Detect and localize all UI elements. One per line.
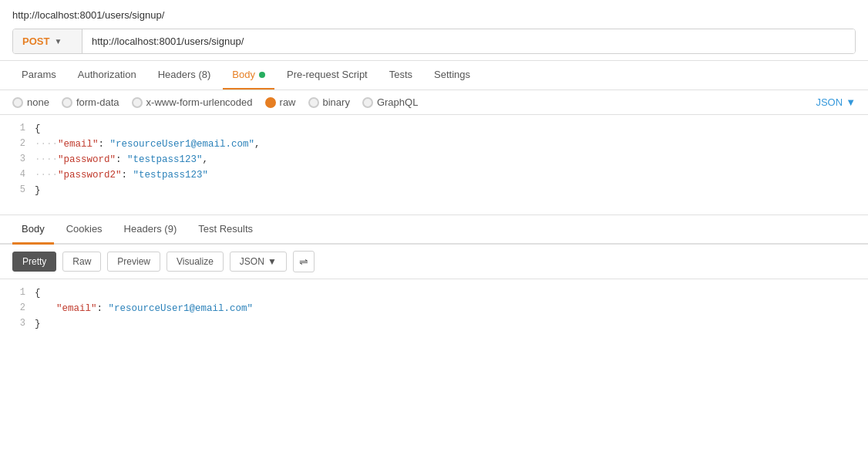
response-format-dropdown[interactable]: JSON ▼ — [230, 252, 287, 272]
radio-circle-raw — [265, 97, 276, 108]
request-bar: POST ▼ — [12, 29, 856, 54]
request-tabs-row: Params Authorization Headers (8) Body Pr… — [0, 61, 868, 90]
tab-params[interactable]: Params — [12, 61, 66, 90]
body-options-row: none form-data x-www-form-urlencoded raw… — [0, 90, 868, 115]
json-format-selector[interactable]: JSON ▼ — [816, 96, 856, 108]
response-format-row: Pretty Raw Preview Visualize JSON ▼ ⇌ — [0, 245, 868, 279]
url-bar-section: http://localhost:8001/users/signup/ POST… — [0, 0, 868, 61]
format-btn-raw[interactable]: Raw — [62, 252, 101, 272]
tab-authorization[interactable]: Authorization — [69, 61, 146, 90]
response-code-line-3: 3 } — [0, 316, 868, 332]
radio-circle-binary — [308, 97, 319, 108]
response-tab-test-results[interactable]: Test Results — [189, 215, 262, 245]
url-input[interactable] — [82, 29, 855, 53]
radio-urlencoded[interactable]: x-www-form-urlencoded — [132, 96, 253, 108]
format-btn-visualize[interactable]: Visualize — [167, 252, 224, 272]
code-line-5: 5 } — [0, 183, 868, 198]
tab-pre-request-script[interactable]: Pre-request Script — [278, 61, 377, 90]
radio-circle-none — [12, 97, 23, 108]
format-btn-preview[interactable]: Preview — [107, 252, 160, 272]
code-line-4: 4 ····"password2": "testpass123" — [0, 167, 868, 183]
body-active-dot — [259, 72, 265, 78]
method-label: POST — [22, 35, 49, 47]
response-code-editor[interactable]: 1 { 2 "email": "resourceUser1@email.com"… — [0, 279, 868, 338]
radio-circle-urlencoded — [132, 97, 143, 108]
code-line-2: 2 ····"email": "resourceUser1@email.com"… — [0, 137, 868, 152]
response-tab-body[interactable]: Body — [12, 215, 54, 245]
format-dropdown-chevron-icon: ▼ — [267, 256, 277, 267]
tab-settings[interactable]: Settings — [425, 61, 479, 90]
chevron-down-icon: ▼ — [54, 37, 62, 46]
url-display: http://localhost:8001/users/signup/ — [12, 9, 856, 21]
wrap-lines-icon[interactable]: ⇌ — [293, 251, 315, 272]
radio-form-data[interactable]: form-data — [62, 96, 119, 108]
tab-body[interactable]: Body — [223, 61, 274, 90]
json-format-chevron-icon: ▼ — [846, 96, 856, 108]
radio-binary[interactable]: binary — [308, 96, 350, 108]
response-tab-headers[interactable]: Headers (9) — [115, 215, 187, 245]
radio-circle-form-data — [62, 97, 72, 108]
radio-none[interactable]: none — [12, 96, 49, 108]
response-code-line-2: 2 "email": "resourceUser1@email.com" — [0, 301, 868, 316]
code-line-1: 1 { — [0, 121, 868, 137]
format-btn-pretty[interactable]: Pretty — [12, 252, 56, 272]
method-selector[interactable]: POST ▼ — [13, 29, 82, 53]
tab-headers[interactable]: Headers (8) — [149, 61, 220, 90]
response-code-line-1: 1 { — [0, 285, 868, 301]
radio-graphql[interactable]: GraphQL — [362, 96, 418, 108]
radio-circle-graphql — [362, 97, 373, 108]
tab-tests[interactable]: Tests — [380, 61, 422, 90]
code-line-3: 3 ····"password": "testpass123", — [0, 152, 868, 167]
response-tab-cookies[interactable]: Cookies — [57, 215, 112, 245]
response-tabs-row: Body Cookies Headers (9) Test Results — [0, 215, 868, 245]
radio-raw[interactable]: raw — [265, 96, 296, 108]
request-code-editor[interactable]: 1 { 2 ····"email": "resourceUser1@email.… — [0, 115, 868, 215]
